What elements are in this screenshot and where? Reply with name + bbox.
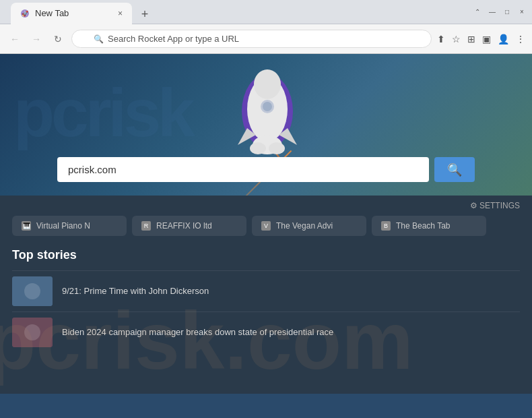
address-bar: ← → ↻ 🔍 Search Rocket App or type a URL … — [0, 24, 532, 54]
quick-link-label: Virtual Piano N — [36, 221, 90, 231]
svg-point-5 — [254, 69, 281, 99]
menu-icon[interactable]: ⋮ — [516, 34, 525, 44]
quick-link-favicon: R — [141, 221, 151, 231]
quick-link-ql-2[interactable]: R REAFFIX IO ltd — [132, 216, 246, 236]
tab-close-button[interactable]: × — [118, 9, 123, 18]
svg-point-11 — [250, 142, 266, 154]
search-input[interactable] — [57, 157, 429, 182]
maximize-button[interactable]: □ — [502, 7, 512, 17]
quick-link-label: REAFFIX IO ltd — [156, 221, 212, 231]
svg-text:🚀: 🚀 — [22, 10, 28, 17]
quick-link-favicon: 🎹 — [22, 221, 31, 231]
active-tab[interactable]: 🚀 New Tab × — [11, 3, 132, 24]
main-content: pcrisk.com ⚙ SETTINGS 🎹 Virtual Piano N … — [0, 196, 532, 394]
refresh-button[interactable]: ↻ — [50, 31, 66, 47]
settings-bar: ⚙ SETTINGS — [0, 196, 532, 213]
window-controls: ⌃ — □ × — [473, 7, 527, 17]
collapse-button[interactable]: ⌃ — [473, 7, 482, 17]
close-window-button[interactable]: × — [517, 7, 527, 17]
quick-link-ql-3[interactable]: V The Vegan Advi — [252, 216, 366, 236]
tab-title: New Tab — [35, 8, 69, 18]
search-button[interactable]: 🔍 — [434, 157, 475, 182]
hero-bg-text: pcrisk — [13, 74, 192, 152]
settings-button[interactable]: ⚙ SETTINGS — [470, 201, 520, 210]
back-button[interactable]: ← — [7, 31, 23, 47]
stories-title: Top stories — [12, 248, 520, 262]
profile-icon[interactable]: 👤 — [498, 34, 509, 44]
quick-link-label: The Vegan Advi — [276, 221, 333, 231]
tab-favicon-icon: 🚀 — [20, 9, 30, 18]
quick-link-label: The Beach Tab — [396, 221, 451, 231]
search-icon: 🔍 — [94, 34, 104, 44]
title-bar: 🚀 New Tab × + ⌃ — □ × — [0, 0, 532, 24]
rocket-logo — [226, 61, 313, 165]
search-magnifier-icon: 🔍 — [447, 162, 462, 177]
hero-section: pcrisk 🔍 — [0, 54, 532, 196]
svg-point-12 — [269, 142, 285, 154]
url-bar[interactable]: 🔍 Search Rocket App or type a URL — [71, 30, 432, 48]
quick-link-ql-1[interactable]: 🎹 Virtual Piano N — [12, 216, 127, 236]
extensions-icon[interactable]: ⊞ — [467, 34, 475, 44]
search-container: 🔍 — [57, 157, 475, 182]
url-display: Search Rocket App or type a URL — [108, 34, 239, 44]
toolbar-icons: ⬆ ☆ ⊞ ▣ 👤 ⋮ — [437, 34, 525, 44]
share-icon[interactable]: ⬆ — [437, 34, 445, 44]
svg-point-7 — [263, 102, 272, 111]
quick-link-favicon: B — [381, 221, 391, 231]
minimize-button[interactable]: — — [488, 7, 497, 17]
bg-watermark: pcrisk.com — [0, 294, 413, 387]
quick-link-ql-4[interactable]: B The Beach Tab — [372, 216, 486, 236]
quick-links: 🎹 Virtual Piano N R REAFFIX IO ltd V The… — [0, 213, 532, 244]
bookmark-icon[interactable]: ☆ — [452, 34, 461, 44]
forward-button[interactable]: → — [28, 31, 44, 47]
new-tab-button[interactable]: + — [135, 5, 155, 24]
sidebar-icon[interactable]: ▣ — [482, 34, 491, 44]
tab-bar: 🚀 New Tab × + — [5, 0, 473, 24]
quick-link-favicon: V — [261, 221, 271, 231]
